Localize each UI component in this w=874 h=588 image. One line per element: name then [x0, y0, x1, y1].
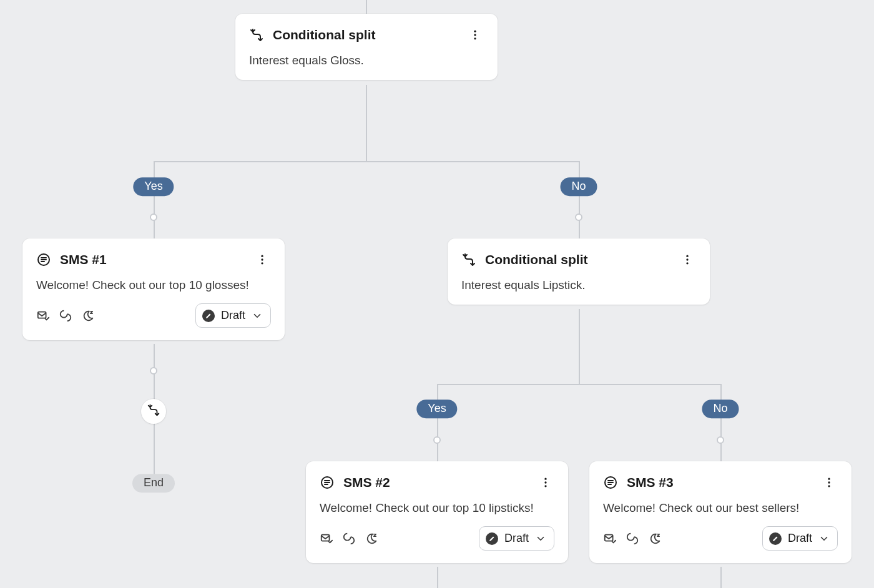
split-icon: [147, 403, 160, 419]
chevron-down-icon: [535, 533, 546, 544]
chevron-down-icon: [818, 533, 830, 544]
connector-dot: [150, 213, 157, 221]
card-menu-button[interactable]: [679, 251, 696, 268]
connector-dot: [717, 436, 724, 444]
branch-yes-pill: Yes: [133, 177, 174, 196]
conditional-split-card[interactable]: Conditional split Interest equals Lipsti…: [448, 238, 710, 305]
add-branch-button[interactable]: [141, 399, 166, 424]
card-menu-button[interactable]: [537, 474, 554, 491]
chevron-down-icon: [252, 310, 263, 321]
card-title: SMS #1: [60, 252, 245, 267]
status-dropdown[interactable]: Draft: [762, 526, 838, 551]
conditional-split-card[interactable]: Conditional split Interest equals Gloss.: [235, 14, 498, 80]
draft-status-icon: [769, 532, 782, 545]
sms-icon: [603, 475, 618, 490]
split-icon: [461, 252, 476, 267]
branch-no-pill: No: [702, 399, 739, 418]
sms-card[interactable]: SMS #3 Welcome! Check out our best selle…: [589, 461, 852, 563]
utm-icon: [59, 309, 72, 323]
status-label: Draft: [221, 309, 245, 322]
sms-card[interactable]: SMS #1 Welcome! Check out our top 10 glo…: [22, 238, 285, 340]
end-pill: End: [132, 474, 175, 492]
card-body-text: Welcome! Check out our best sellers!: [603, 501, 838, 515]
quiet-hours-icon: [648, 532, 662, 546]
card-title: Conditional split: [485, 252, 670, 267]
card-title: SMS #3: [627, 475, 812, 490]
draft-status-icon: [486, 532, 498, 545]
smart-send-icon: [36, 309, 50, 323]
status-dropdown[interactable]: Draft: [479, 526, 554, 551]
card-condition-text: Interest equals Lipstick.: [461, 278, 696, 292]
card-menu-button[interactable]: [820, 474, 838, 491]
branch-no-label: No: [571, 180, 586, 192]
branch-yes-label: Yes: [428, 402, 446, 414]
status-dropdown[interactable]: Draft: [195, 303, 271, 328]
card-title: Conditional split: [273, 27, 458, 42]
draft-status-icon: [202, 310, 215, 322]
sms-icon: [320, 475, 335, 490]
card-menu-button[interactable]: [466, 26, 484, 44]
status-label: Draft: [788, 532, 812, 545]
sms-icon: [36, 252, 51, 267]
card-menu-button[interactable]: [253, 251, 271, 268]
quiet-hours-icon: [365, 532, 378, 546]
card-body-text: Welcome! Check out our top 10 glosses!: [36, 278, 271, 292]
connector-dot: [150, 367, 157, 375]
branch-yes-label: Yes: [144, 180, 162, 192]
connector-dot: [433, 436, 441, 444]
quiet-hours-icon: [81, 309, 95, 323]
status-label: Draft: [504, 532, 529, 545]
smart-send-icon: [320, 532, 333, 546]
smart-send-icon: [603, 532, 617, 546]
split-icon: [249, 27, 264, 42]
utm-icon: [626, 532, 639, 546]
branch-no-label: No: [713, 402, 727, 414]
card-body-text: Welcome! Check out our top 10 lipsticks!: [320, 501, 554, 515]
connector-dot: [575, 213, 582, 221]
card-condition-text: Interest equals Gloss.: [249, 54, 484, 67]
sms-card[interactable]: SMS #2 Welcome! Check out our top 10 lip…: [306, 461, 568, 563]
end-label: End: [144, 476, 164, 489]
branch-yes-pill: Yes: [416, 399, 457, 418]
branch-no-pill: No: [560, 177, 597, 196]
card-title: SMS #2: [343, 475, 528, 490]
utm-icon: [342, 532, 356, 546]
